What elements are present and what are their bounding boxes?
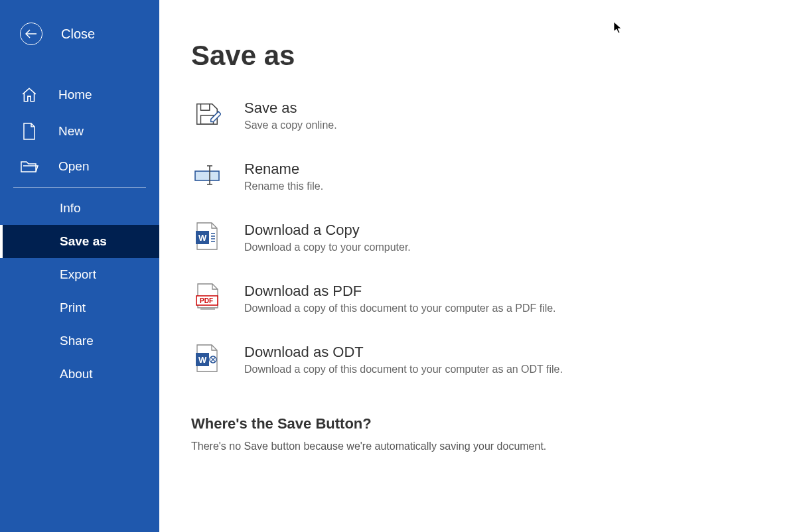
nav-item-open[interactable]: Open [0,150,159,183]
nav-item-label: Print [60,300,86,315]
nav-item-home[interactable]: Home [0,77,159,113]
nav-item-label: Save as [60,234,107,249]
option-desc: Download a copy to your computer. [244,241,411,253]
pdf-icon: PDF [191,283,223,312]
nav-group-bottom: Info Save as Export Print Share About [0,192,159,391]
option-title: Rename [244,161,323,178]
svg-text:W: W [198,355,207,365]
home-icon [19,86,40,103]
nav-item-label: About [60,367,93,381]
page-title: Save as [191,40,773,72]
svg-rect-0 [195,171,219,180]
option-title: Save as [244,100,337,117]
word-doc-icon: W [191,222,223,251]
nav-item-export[interactable]: Export [0,258,159,291]
option-text: Download as PDF Download a copy of this … [244,283,556,314]
main-content: Save as Save as Save a copy online. Rena… [159,0,805,532]
save-info-footer: Where's the Save Button? There's no Save… [191,415,773,452]
close-label: Close [61,27,95,42]
nav-item-new[interactable]: New [0,113,159,150]
open-icon [19,159,40,174]
close-button[interactable]: Close [0,23,159,45]
nav-item-save-as[interactable]: Save as [0,225,159,258]
option-desc: Download a copy of this document to your… [244,302,556,314]
option-title: Download as PDF [244,283,556,300]
nav-item-share[interactable]: Share [0,324,159,358]
option-text: Save as Save a copy online. [244,100,337,131]
save-as-icon [191,100,223,129]
backstage-sidebar: Close Home New Open [0,0,159,532]
svg-text:PDF: PDF [200,297,213,304]
nav-item-label: New [58,124,84,139]
option-desc: Rename this file. [244,180,323,192]
nav-item-print[interactable]: Print [0,291,159,324]
rename-icon [191,161,223,190]
option-save-as[interactable]: Save as Save a copy online. [191,100,773,131]
option-download-odt[interactable]: W Download as ODT Download a copy of thi… [191,344,773,375]
option-download-copy[interactable]: W Download a Copy Download a copy to you… [191,222,773,253]
nav-item-info[interactable]: Info [0,192,159,225]
option-title: Download as ODT [244,344,563,361]
odt-icon: W [191,344,223,373]
option-text: Download a Copy Download a copy to your … [244,222,411,253]
nav-item-label: Share [60,334,94,348]
option-desc: Save a copy online. [244,119,337,131]
nav-item-label: Open [58,159,89,174]
nav-item-label: Export [60,267,96,282]
sidebar-divider [13,187,146,188]
nav-item-about[interactable]: About [0,358,159,391]
svg-text:W: W [198,233,207,243]
option-desc: Download a copy of this document to your… [244,364,563,375]
footer-text: There's no Save button because we're aut… [191,440,773,452]
option-text: Download as ODT Download a copy of this … [244,344,563,375]
nav-item-label: Info [60,201,81,216]
back-arrow-icon [20,23,42,45]
nav-item-label: Home [58,88,92,102]
footer-title: Where's the Save Button? [191,415,773,432]
new-icon [19,122,40,141]
option-rename[interactable]: Rename Rename this file. [191,161,773,192]
option-text: Rename Rename this file. [244,161,323,192]
option-download-pdf[interactable]: PDF Download as PDF Download a copy of t… [191,283,773,314]
nav-group-top: Home New Open [0,77,159,183]
option-title: Download a Copy [244,222,411,239]
